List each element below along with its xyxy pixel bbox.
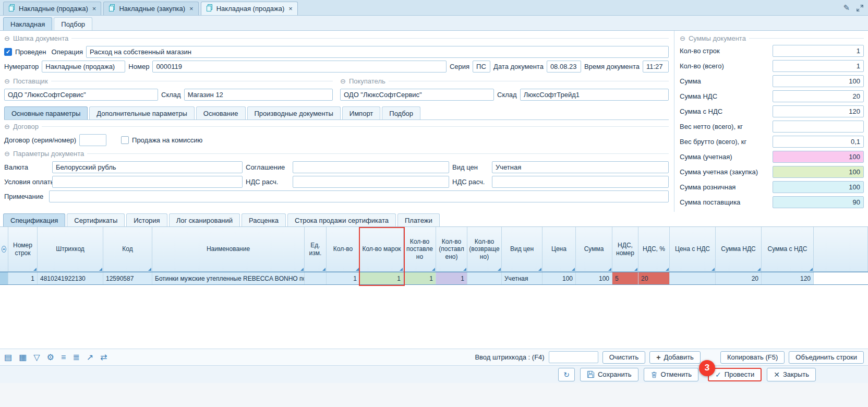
doc-date-input[interactable] xyxy=(547,61,581,73)
total-retail-sum[interactable] xyxy=(773,181,864,193)
close-tab-icon[interactable]: × xyxy=(189,5,194,13)
open-external-icon[interactable]: ↗ xyxy=(87,352,93,362)
refresh-button[interactable]: ↻ xyxy=(558,368,575,381)
tab-podbor[interactable]: Подбор xyxy=(54,17,92,30)
cell-kolvo-vozvrashcheno[interactable] xyxy=(467,272,502,284)
column-header-summa[interactable]: Сумма xyxy=(576,227,612,271)
commission-checkbox[interactable] xyxy=(121,136,129,144)
edit-icon[interactable]: ✎ xyxy=(843,3,850,13)
row-indicator-header[interactable]: ▲ xyxy=(0,227,8,271)
tab-nakladnaya[interactable]: Накладная xyxy=(3,17,52,30)
total-sum-with-vat[interactable] xyxy=(773,105,864,117)
contract-number-input[interactable] xyxy=(79,134,106,146)
barcode-input[interactable] xyxy=(549,351,598,363)
collapse-icon[interactable]: ⊖ xyxy=(4,77,10,85)
tab-import[interactable]: Импорт xyxy=(342,106,380,119)
tab-stroka-prodazhi-sertifikata[interactable]: Строка продажи сертификата xyxy=(287,213,396,226)
cell-naimenovanie[interactable]: Ботинки мужские утепленные REBECCA BONHO… xyxy=(152,272,305,284)
cell-kolvo[interactable]: 1 xyxy=(327,272,360,284)
total-vat-sum[interactable] xyxy=(773,90,864,102)
doc-tab-nakladnye-zakupka[interactable]: Накладные (закупка) × xyxy=(103,2,198,15)
column-header-kod[interactable]: Код xyxy=(103,227,152,271)
tab-istoriya[interactable]: История xyxy=(126,213,167,226)
column-header-nds-procent[interactable]: НДС, % xyxy=(638,227,670,271)
vat-calc-input-1[interactable] xyxy=(293,176,449,188)
buyer-warehouse-input[interactable] xyxy=(520,89,669,101)
close-button[interactable]: ✕ Закрыть xyxy=(767,368,816,381)
number-input[interactable] xyxy=(152,61,447,73)
cell-kolvo-marok[interactable]: 1 xyxy=(360,272,404,284)
tab-platezhi[interactable]: Платежи xyxy=(397,213,440,226)
cell-summa[interactable]: 100 xyxy=(576,272,612,284)
tab-proizvodnye-dokumenty[interactable]: Производные документы xyxy=(247,106,341,119)
cell-kod[interactable]: 12590587 xyxy=(103,272,152,284)
view-list-icon[interactable]: ▤ xyxy=(4,352,12,362)
cell-nomer-strok[interactable]: 1 xyxy=(8,272,38,284)
column-header-nomer-strok[interactable]: Номер строк xyxy=(8,227,38,271)
total-sum[interactable] xyxy=(773,75,864,87)
column-header-shtrihkod[interactable]: Штрихкод xyxy=(38,227,103,271)
clear-button[interactable]: Очистить xyxy=(602,351,646,364)
column-list-icon[interactable]: ≣ xyxy=(73,352,79,362)
total-supplier-sum[interactable] xyxy=(773,196,864,208)
vat-calc-input-2[interactable] xyxy=(492,176,669,188)
collapse-icon[interactable]: ⊖ xyxy=(4,123,10,130)
cell-nds-nomer[interactable]: 5 xyxy=(612,272,638,284)
collapse-icon[interactable]: ⊖ xyxy=(680,34,685,42)
tab-osnovanie[interactable]: Основание xyxy=(196,106,246,119)
operation-input[interactable] xyxy=(86,46,669,58)
cancel-button[interactable]: Отменить xyxy=(644,368,698,381)
close-tab-icon[interactable]: × xyxy=(288,5,293,13)
total-qty[interactable] xyxy=(773,60,864,72)
posted-checkbox[interactable] xyxy=(4,48,12,56)
numerator-combo[interactable] xyxy=(42,61,125,73)
note-input[interactable] xyxy=(49,190,669,202)
cell-kolvo-postavleno[interactable]: 1 xyxy=(404,272,436,284)
add-button[interactable]: + Добавить xyxy=(649,351,701,364)
column-header-kolvo-marok[interactable]: Кол-во марок xyxy=(360,227,404,271)
series-input[interactable] xyxy=(473,61,490,73)
cell-vid-cen[interactable]: Учетная xyxy=(502,272,542,284)
tab-rascenka[interactable]: Расценка xyxy=(242,213,286,226)
column-header-kolvo-vozvrashcheno[interactable]: Кол-во (возвращено) xyxy=(467,227,502,271)
column-header-nds-nomer[interactable]: НДС, номер xyxy=(612,227,638,271)
collapse-icon[interactable]: ⊖ xyxy=(340,77,346,85)
price-kind-input[interactable] xyxy=(492,161,669,173)
tab-log-skanirovaniy[interactable]: Лог сканирований xyxy=(169,213,240,226)
tab-sertifikaty[interactable]: Сертификаты xyxy=(67,213,125,226)
column-header-kolvo[interactable]: Кол-во xyxy=(327,227,360,271)
column-header-kolvo-postavleno[interactable]: Кол-во поставлено xyxy=(404,227,436,271)
expand-window-icon[interactable] xyxy=(856,4,864,12)
column-header-ed-izm[interactable]: Ед. изм. xyxy=(305,227,327,271)
copy-button[interactable]: Копировать (F5) xyxy=(720,351,785,364)
doc-tab-nakladnaya-prodazha[interactable]: Накладная (продажа) × xyxy=(201,2,298,15)
supplier-warehouse-input[interactable] xyxy=(184,89,333,101)
tab-dopolnitelnye-parametry[interactable]: Дополнительные параметры xyxy=(89,106,195,119)
total-net-weight[interactable] xyxy=(773,121,864,133)
total-gross-weight[interactable] xyxy=(773,136,864,148)
save-button[interactable]: Сохранить xyxy=(580,368,638,381)
total-accounting-sum[interactable] xyxy=(773,151,864,163)
supplier-org-input[interactable] xyxy=(4,89,158,101)
cell-summa-nds[interactable]: 20 xyxy=(716,272,762,284)
column-header-naimenovanie[interactable]: Наименование xyxy=(152,227,305,271)
agreement-input[interactable] xyxy=(293,161,449,173)
collapse-icon[interactable]: ⊖ xyxy=(4,34,10,42)
merge-rows-button[interactable]: Объединить строки xyxy=(789,351,864,364)
doc-tab-nakladnye-prodazha[interactable]: Накладные (продажа) × xyxy=(3,2,101,15)
cell-nds-procent[interactable]: 20 xyxy=(638,272,670,284)
cell-kolvo-postavleno-2[interactable]: 1 xyxy=(436,272,467,284)
doc-time-input[interactable] xyxy=(643,61,669,73)
column-header-summa-s-nds[interactable]: Сумма с НДС xyxy=(762,227,814,271)
collapse-icon[interactable]: ⊖ xyxy=(4,150,10,158)
grid-empty-area[interactable] xyxy=(0,285,868,349)
currency-input[interactable] xyxy=(52,161,243,173)
cell-summa-s-nds[interactable]: 120 xyxy=(762,272,814,284)
settings-gear-icon[interactable]: ⚙ xyxy=(47,352,54,362)
close-tab-icon[interactable]: × xyxy=(92,5,97,13)
grid-view-icon[interactable]: ▦ xyxy=(19,352,27,362)
tab-osnovnye-parametry[interactable]: Основные параметры xyxy=(4,106,88,119)
column-header-kolvo-postavleno-2[interactable]: Кол-во (поставлено) xyxy=(436,227,467,271)
column-header-cena-s-nds[interactable]: Цена с НДС xyxy=(670,227,716,271)
column-header-summa-nds[interactable]: Сумма НДС xyxy=(716,227,762,271)
